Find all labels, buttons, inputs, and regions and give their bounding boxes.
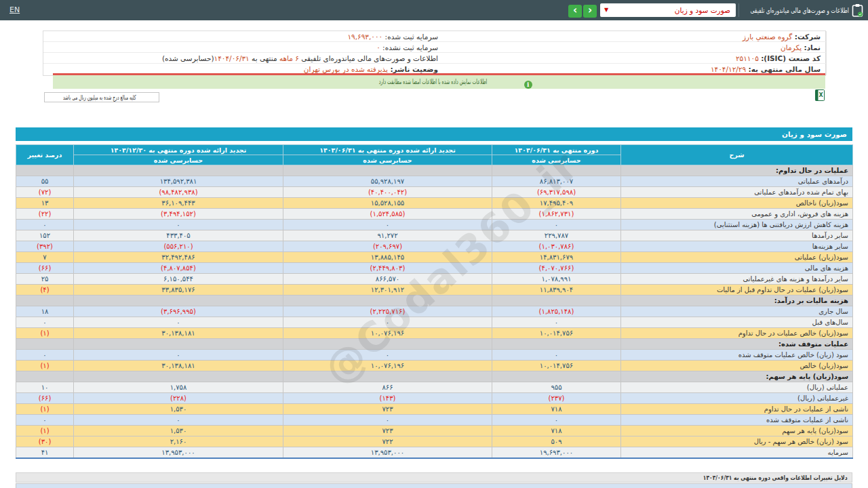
value-cell: ۱۲,۳۰۱,۹۱۲: [283, 285, 492, 296]
pct-change-cell: (۱): [16, 361, 74, 371]
unregistered-capital-label: سرمایه ثبت نشده:: [382, 43, 438, 52]
footer-partial-row: [16, 483, 852, 488]
statement-row: سود (زیان) خالص عملیات متوقف شده۰۰۰۰: [16, 350, 853, 361]
value-cell: ۸۶۶,۵۷۰: [283, 274, 492, 285]
section-row: هزینه مالیات بر درآمد:: [16, 296, 853, 306]
statement-row: ناشی از عملیات در حال تداوم۷۱۸۷۲۳۱,۵۳۰(۱…: [16, 404, 853, 415]
income-statement-table: شرح دوره منتهی به ۱۴۰۴/۰۶/۳۱ تجدید ارائه…: [16, 144, 853, 459]
pct-change-cell: [16, 371, 74, 382]
report-period-date: ۱۴۰۴/۰۶/۳۱: [214, 54, 250, 62]
pct-change-cell: ۱۸: [16, 306, 74, 317]
statement-body: عملیات در حال تداوم:درآمدهای عملیاتی۸۶,۸…: [16, 165, 853, 459]
value-cell: (۲۲۸): [74, 393, 283, 404]
value-cell: [492, 371, 621, 382]
value-cell: ۱۹,۶۹۳,۰۰۰: [492, 447, 621, 459]
row-label: سرمایه: [621, 447, 853, 459]
info-icon: i: [524, 81, 532, 89]
footer-section-bar: دلایل تغییرات اطلاعات واقعی دوره منتهی ب…: [16, 472, 852, 483]
value-cell: (۲,۴۴۹,۸۰۳): [283, 263, 492, 274]
row-label: ناشی از عملیات در حال تداوم: [621, 404, 853, 415]
col-subheader-audited3: حسابرسی شده: [74, 155, 283, 165]
statement-row: سود(زیان) عملیات در حال تداوم قبل از مال…: [16, 285, 853, 296]
value-cell: ۸۶,۸۱۳,۰۰۷: [492, 176, 621, 187]
registered-capital-label: سرمایه ثبت شده:: [385, 33, 438, 41]
value-cell: (۲۰۹,۶۹۷): [283, 241, 492, 252]
value-cell: (۵۵۶,۲۱۰): [74, 241, 283, 252]
value-cell: (۲۳۷): [492, 393, 621, 404]
pct-change-cell: (۱): [16, 328, 74, 339]
unregistered-capital-row: سرمایه ثبت نشده: ۰: [43, 42, 443, 53]
next-statement-button[interactable]: ›: [583, 5, 597, 18]
report-title-part: اطلاعات و صورت‌های مالی میاندوره‌ای تلفی…: [299, 54, 438, 62]
language-toggle-en[interactable]: EN: [9, 5, 20, 14]
col-header-period3: تجدید ارائه شده دوره منتهی به ۱۴۰۳/۱۲/۳۰: [74, 145, 283, 155]
value-cell: [74, 296, 283, 306]
company-name-link[interactable]: گروه صنعتي بارز: [743, 33, 792, 41]
value-cell: ۰: [492, 350, 621, 361]
statement-row: سود(زیان) عملیاتی۱۴,۸۳۱,۶۷۹۱۳,۸۸۵,۱۴۵۳۲,…: [16, 252, 853, 263]
fiscal-year-label: سال مالی منتهی به:: [749, 65, 821, 73]
excel-export-icon[interactable]: X: [815, 89, 825, 101]
statement-row: درآمدهای عملیاتی۸۶,۸۱۳,۰۰۷۵۵,۹۲۸,۱۹۷۱۳۴,…: [16, 176, 853, 187]
col-subheader-audited1: حسابرسی شده: [492, 155, 621, 165]
isic-value: ۲۵۱۱۰۵: [736, 54, 759, 62]
row-label: سود(زیان) خالص عملیات در حال تداوم: [621, 328, 853, 339]
statement-select-dropdown[interactable]: صورت سود و زیان ▼: [600, 3, 736, 17]
value-cell: ۷۲۳: [283, 404, 492, 415]
value-cell: ۰: [283, 317, 492, 328]
statement-select-value: صورت سود و زیان: [675, 3, 730, 17]
value-cell: ۱۰,۰۷۶,۱۹۶: [283, 361, 492, 371]
pct-change-cell: ۰: [16, 415, 74, 426]
row-label: هزینه های مالی: [621, 263, 853, 274]
section-row: سود(زیان) پایه هر سهم:: [16, 371, 853, 382]
statement-row: سرمایه۱۹,۶۹۳,۰۰۰۱۳,۹۵۳,۰۰۰۱۳,۹۵۳,۰۰۰۴۱: [16, 447, 853, 459]
value-cell: [74, 339, 283, 350]
value-cell: ۱۳,۹۵۳,۰۰۰: [283, 447, 492, 459]
value-cell: ۳۰,۱۳۸,۱۸۱: [74, 361, 283, 371]
row-label: ناشی از عملیات متوقف شده: [621, 415, 853, 426]
notice-text: اطلاعات نمایش داده شده با اطلاعات امضا ش…: [379, 75, 487, 89]
value-cell: (۲,۲۲۵,۷۱۶): [283, 306, 492, 317]
value-cell: [283, 339, 492, 350]
value-cell: ۱۳۴,۵۹۲,۳۸۱: [74, 176, 283, 187]
pct-change-cell: ۷: [16, 252, 74, 263]
value-cell: ۳۰,۱۳۸,۱۸۱: [74, 328, 283, 339]
pct-change-cell: (۶۶): [16, 263, 74, 274]
statement-row: سایر هزینه‌ها(۱,۰۳۰,۷۸۶)(۲۰۹,۶۹۷)(۵۵۶,۲۱…: [16, 241, 853, 252]
page-title: اطلاعات و صورت‌های مالی میاندوره‌ای تلفی…: [751, 6, 849, 14]
value-cell: ۶,۱۵۰,۵۴۴: [74, 274, 283, 285]
row-label: سود(زیان) پایه هر سهم:: [621, 371, 853, 382]
pct-change-cell: ۱۰: [16, 382, 74, 393]
prev-statement-button[interactable]: ‹: [568, 5, 582, 18]
value-cell: (۴۰,۴۰۰,۰۴۲): [283, 187, 492, 198]
value-cell: ۳۲,۴۹۲,۴۸۶: [74, 252, 283, 263]
statement-row: سال‌های قبل۰۰۰۰: [16, 317, 853, 328]
svg-text:X: X: [818, 92, 823, 98]
row-label: درآمدهای عملیاتی: [621, 176, 853, 187]
value-cell: ۵۵,۹۲۸,۱۹۷: [283, 176, 492, 187]
value-cell: ۲,۱۶۰: [74, 436, 283, 447]
value-cell: ۰: [283, 220, 492, 230]
pct-change-cell: [16, 339, 74, 350]
pct-change-cell: ۲۵: [16, 274, 74, 285]
company-info-right-column: شرکت: گروه صنعتي بارز نماد: پکرمان کد صن…: [443, 31, 827, 75]
currency-unit-text: کلیه مبالغ درج شده به میلیون ریال می باش…: [63, 93, 136, 102]
report-period-length: ۶ ماهه: [279, 54, 299, 62]
symbol-row: نماد: پکرمان: [443, 42, 826, 53]
isic-row: کد صنعت (ISIC): ۲۵۱۱۰۵: [443, 53, 826, 64]
report-clipboard-icon: [852, 3, 863, 17]
value-cell: ۰: [283, 415, 492, 426]
row-label: سود(زیان) عملیاتی: [621, 252, 853, 263]
value-cell: ۷۱۸: [492, 404, 621, 415]
currency-unit-note: کلیه مبالغ درج شده به میلیون ریال می باش…: [44, 92, 159, 102]
value-cell: ۱۱,۸۳۹,۹۰۴: [492, 285, 621, 296]
statement-row: غیرعملیاتی (ریال)(۲۳۷)(۱۴۳)(۲۲۸)(۶۶): [16, 393, 853, 404]
row-label: عملیات در حال تداوم:: [621, 165, 853, 176]
value-cell: ۷۱۸: [492, 426, 621, 436]
footer-section-title: دلایل تغییرات اطلاعات واقعی دوره منتهی ب…: [698, 473, 852, 482]
value-cell: ۱,۵۳۰: [74, 426, 283, 436]
pct-change-cell: ۰: [16, 317, 74, 328]
statement-row: سال جاری(۱,۸۲۵,۱۴۸)(۲,۲۲۵,۷۱۶)(۳,۶۹۶,۹۹۵…: [16, 306, 853, 317]
statement-row: هزینه های مالی(۴,۰۷۰,۷۶۶)(۲,۴۴۹,۸۰۳)(۴,۸…: [16, 263, 853, 274]
company-row: شرکت: گروه صنعتي بارز: [443, 31, 826, 42]
